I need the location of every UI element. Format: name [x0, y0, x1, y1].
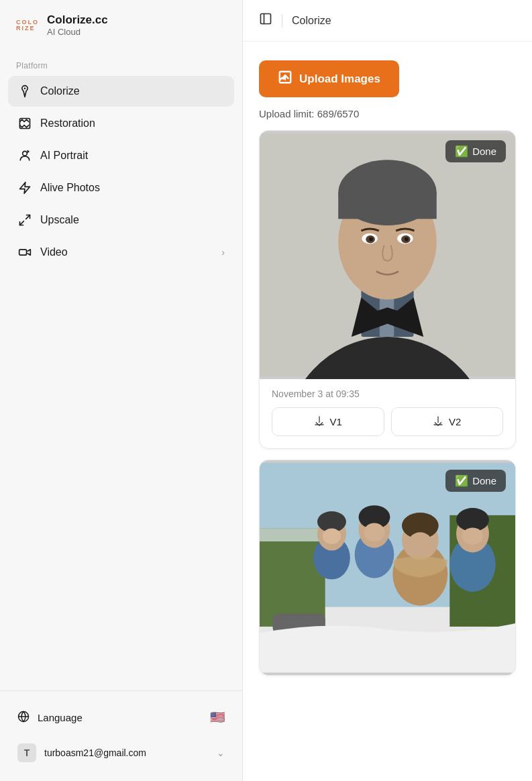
- svg-point-49: [364, 523, 384, 541]
- sidebar-item-restoration-label: Restoration: [40, 117, 95, 129]
- sidebar-item-ai-portrait[interactable]: AI Portrait: [8, 140, 234, 171]
- restoration-icon: [17, 116, 32, 131]
- logo-title: Colorize.cc: [47, 13, 108, 27]
- done-badge-2: ✅ Done: [445, 470, 506, 492]
- sidebar-item-alive-photos-label: Alive Photos: [40, 182, 100, 194]
- sidebar-item-upscale-label: Upscale: [40, 214, 79, 226]
- main-content: Upload Images Upload limit: 689/6570: [243, 42, 532, 694]
- svg-point-25: [405, 238, 409, 242]
- svg-rect-19: [338, 193, 437, 219]
- done-check-icon-1: ✅: [455, 145, 468, 158]
- svg-point-2: [23, 151, 28, 156]
- main-content-area: Colorize Upload Images Upload limit: 689…: [243, 0, 532, 781]
- done-badge-1: ✅ Done: [445, 140, 506, 162]
- sidebar: COLO RIZE Colorize.cc AI Cloud Platform …: [0, 0, 243, 781]
- user-chevron-icon: ⌄: [217, 747, 225, 758]
- svg-point-24: [369, 238, 373, 242]
- svg-line-4: [20, 221, 24, 225]
- svg-point-51: [462, 527, 483, 544]
- language-flag: 🇺🇸: [210, 710, 225, 725]
- colorize-icon: [17, 84, 32, 99]
- video-chevron-icon: ›: [221, 247, 225, 258]
- sidebar-item-ai-portrait-label: AI Portrait: [40, 150, 88, 162]
- svg-rect-32: [260, 528, 325, 541]
- svg-point-0: [24, 88, 26, 90]
- logo-area: COLO RIZE Colorize.cc AI Cloud: [0, 0, 242, 50]
- download-v2-label: V2: [449, 416, 461, 427]
- sidebar-nav: Colorize Restoration: [0, 76, 242, 268]
- upscale-icon: [17, 213, 32, 227]
- sidebar-item-colorize[interactable]: Colorize: [8, 76, 234, 107]
- group-photo-svg: [260, 460, 515, 675]
- done-check-icon-2: ✅: [455, 474, 468, 487]
- download-v1-label: V1: [330, 416, 342, 427]
- sidebar-item-restoration[interactable]: Restoration: [8, 108, 234, 139]
- image-card-1: ✅ Done November 3 at 09:35 V1: [259, 130, 516, 449]
- alive-photos-icon: [17, 180, 32, 195]
- download-v1-icon: [314, 415, 325, 428]
- header-divider: [282, 14, 282, 28]
- upload-limit: Upload limit: 689/6570: [259, 108, 516, 119]
- svg-rect-5: [19, 250, 27, 255]
- done-label-1: Done: [472, 146, 496, 157]
- sidebar-item-alive-photos[interactable]: Alive Photos: [8, 172, 234, 203]
- svg-point-48: [323, 528, 341, 543]
- platform-section-label: Platform: [0, 50, 242, 76]
- globe-icon: [17, 711, 30, 725]
- language-selector[interactable]: Language 🇺🇸: [8, 702, 234, 733]
- user-avatar: T: [17, 743, 36, 762]
- sidebar-item-upscale[interactable]: Upscale: [8, 205, 234, 236]
- video-icon: [17, 245, 32, 260]
- image-card-1-actions: V1 V2: [272, 407, 503, 436]
- svg-rect-8: [261, 14, 271, 24]
- download-v2-button[interactable]: V2: [391, 407, 504, 436]
- user-email: turboasm21@gmail.com: [44, 747, 146, 758]
- logo-mark-text-bottom: RIZE: [16, 25, 36, 32]
- sidebar-toggle-icon[interactable]: [259, 12, 272, 29]
- svg-point-50: [409, 532, 432, 553]
- user-account[interactable]: T turboasm21@gmail.com ⌄: [8, 735, 234, 770]
- image-card-1-image: ✅ Done: [260, 131, 515, 379]
- download-v2-icon: [433, 415, 443, 428]
- language-label: Language: [38, 712, 83, 723]
- svg-rect-30: [260, 528, 325, 627]
- svg-line-3: [26, 215, 30, 219]
- upload-images-button[interactable]: Upload Images: [259, 60, 399, 97]
- sidebar-bottom: Language 🇺🇸 T turboasm21@gmail.com ⌄: [0, 690, 242, 781]
- upload-icon: [278, 70, 292, 88]
- logo-text: Colorize.cc AI Cloud: [47, 13, 108, 37]
- image-card-2-image: ✅ Done: [260, 460, 515, 675]
- sidebar-item-colorize-label: Colorize: [40, 85, 80, 97]
- upload-button-label: Upload Images: [299, 72, 380, 86]
- sidebar-item-video-label: Video: [40, 246, 68, 258]
- portrait-svg: [260, 131, 515, 379]
- image-card-2: ✅ Done: [259, 460, 516, 676]
- logo-subtitle: AI Cloud: [47, 27, 108, 37]
- download-v1-button[interactable]: V1: [272, 407, 384, 436]
- main-header: Colorize: [243, 0, 532, 42]
- logo-mark: COLO RIZE: [16, 19, 39, 32]
- sidebar-item-video[interactable]: Video ›: [8, 237, 234, 268]
- header-title: Colorize: [292, 15, 331, 27]
- ai-portrait-icon: [17, 148, 32, 163]
- image-card-1-date: November 3 at 09:35: [272, 388, 503, 399]
- done-label-2: Done: [472, 475, 496, 486]
- image-card-1-footer: November 3 at 09:35 V1: [260, 379, 515, 448]
